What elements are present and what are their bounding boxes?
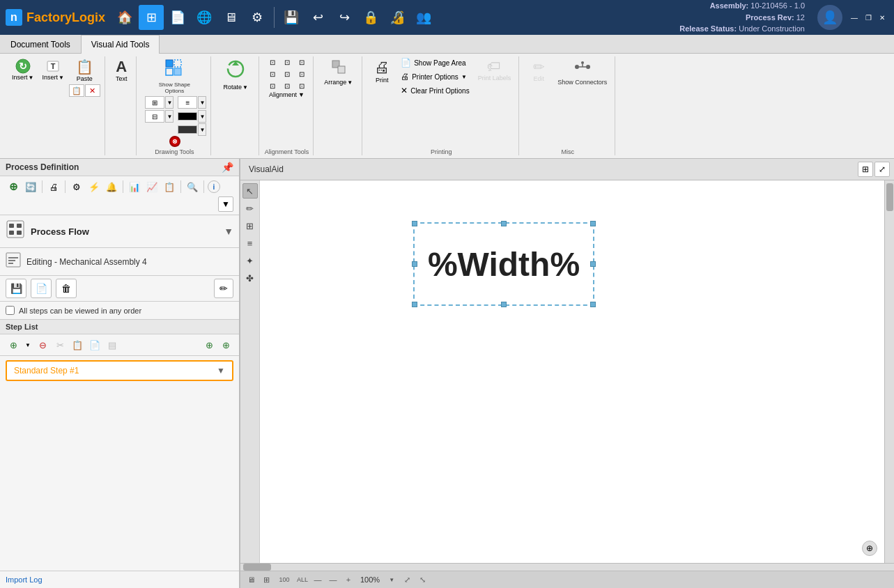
printer-options-button[interactable]: 🖨 Printer Options ▼ <box>397 70 472 83</box>
show-page-area-button[interactable]: 📄 Show Page Area <box>397 56 472 69</box>
align-mc-btn[interactable]: ⊡ <box>280 68 294 79</box>
handle-middle-right[interactable] <box>590 261 596 267</box>
panel-btn-7[interactable]: 📈 <box>144 179 160 194</box>
status-btn-3[interactable]: ALL <box>296 573 309 586</box>
handle-top-left[interactable] <box>412 221 417 226</box>
handle-middle-left[interactable] <box>412 261 417 267</box>
status-zoom-in[interactable]: + <box>342 573 355 586</box>
step-paste-button[interactable]: 📄 <box>87 337 102 353</box>
paste-sub-btn-2[interactable]: ✕ <box>85 84 100 97</box>
insert-text-button[interactable]: T Insert ▼ <box>38 56 67 83</box>
alignment-button[interactable]: Alignment ▼ <box>269 91 305 98</box>
save-icon[interactable]: 💾 <box>279 5 304 30</box>
tab-visual-aid-tools[interactable]: Visual Aid Tools <box>81 35 160 54</box>
arrange-button[interactable]: Arrange ▼ <box>319 56 357 88</box>
align-mr-btn[interactable]: ⊡ <box>295 68 309 79</box>
color-dd-bottom[interactable]: ▼ <box>198 123 206 136</box>
restore-button[interactable]: ❐ <box>862 11 874 24</box>
zoom-dropdown-btn[interactable]: ▼ <box>385 573 398 586</box>
print-button[interactable]: 🖨 Print <box>368 56 396 86</box>
show-shape-options-button[interactable]: Show Shape Options <box>153 56 195 96</box>
panel-refresh-button[interactable]: 🔄 <box>23 179 38 194</box>
home-icon[interactable]: 🏠 <box>112 5 137 30</box>
step-add-arrow[interactable]: ▼ <box>23 337 33 353</box>
canvas-full-view-button[interactable]: ⤢ <box>874 162 890 177</box>
save-action-button[interactable]: 💾 <box>6 279 26 298</box>
lock-icon[interactable]: 🔒 <box>358 5 383 30</box>
canvas-center-button[interactable]: ⊕ <box>862 541 877 556</box>
status-btn-1[interactable]: ⊞ <box>260 573 272 586</box>
step-item-expand-arrow[interactable]: ▼ <box>217 366 225 376</box>
step-right-btn-1[interactable]: ⊕ <box>201 337 217 353</box>
rotate-button[interactable]: Rotate ▼ <box>217 56 254 93</box>
step-right-btn-2[interactable]: ⊕ <box>218 337 233 353</box>
document-icon[interactable]: 📄 <box>165 5 190 30</box>
lock2-icon[interactable]: 🔏 <box>385 5 410 30</box>
align-tr-btn[interactable]: ⊡ <box>295 56 309 68</box>
paste-button[interactable]: 📋 Paste <box>69 56 100 84</box>
panel-pin-button[interactable]: 📌 <box>222 162 233 173</box>
panel-scroll-down[interactable]: ▼ <box>218 196 233 212</box>
color-dd-top[interactable]: ▼ <box>198 110 206 123</box>
canvas-pen-tool[interactable]: ✏ <box>242 201 258 216</box>
panel-print-button[interactable]: 🖨 <box>46 179 61 194</box>
panel-info-button[interactable]: i <box>208 180 220 193</box>
canvas-grid-tool[interactable]: ⊞ <box>242 218 258 233</box>
step-add-dropdown-button[interactable]: ⊕ <box>6 337 21 353</box>
edit-button[interactable]: ✏ Edit <box>525 56 553 84</box>
canvas-move-tool[interactable]: ✤ <box>242 270 258 286</box>
process-flow-expand-arrow[interactable]: ▼ <box>224 226 233 237</box>
step-cut-button[interactable]: ✂ <box>52 337 68 353</box>
panel-btn-3[interactable]: ⚙ <box>69 179 84 194</box>
copy-action-button[interactable]: 📄 <box>31 279 52 298</box>
panel-btn-5[interactable]: 🔔 <box>104 179 119 194</box>
handle-top-right[interactable] <box>590 221 596 226</box>
grid-icon[interactable]: ⊞ <box>139 5 164 30</box>
format-btn-1[interactable]: ⊞ <box>145 96 164 109</box>
clear-print-options-button[interactable]: ✕ Clear Print Options <box>397 84 472 97</box>
step-copy-button[interactable]: 📋 <box>70 337 85 353</box>
tab-document-tools[interactable]: Document Tools <box>0 35 81 54</box>
close-button[interactable]: ✕ <box>876 11 888 24</box>
canvas-select-tool[interactable]: ↖ <box>242 183 258 199</box>
bottom-scrollbar[interactable] <box>240 563 894 571</box>
canvas-list-tool[interactable]: ≡ <box>242 235 258 251</box>
canvas-normal-view-button[interactable]: ⊞ <box>858 162 873 177</box>
format-dd-3[interactable]: ▼ <box>165 110 174 123</box>
delete-action-button[interactable]: 🗑 <box>56 279 77 298</box>
minimize-button[interactable]: — <box>848 11 861 24</box>
handle-bottom-left[interactable] <box>412 302 417 307</box>
step-remove-button[interactable]: ⊖ <box>35 337 50 353</box>
globe-icon[interactable]: 🌐 <box>192 5 217 30</box>
show-connectors-button[interactable]: Show Connectors <box>554 56 610 88</box>
import-log-link[interactable]: Import Log <box>6 575 43 584</box>
zoom-expand-btn[interactable]: ⤡ <box>416 573 429 586</box>
align-br-btn[interactable]: ⊡ <box>295 80 309 91</box>
panel-btn-4[interactable]: ⚡ <box>86 179 102 194</box>
status-btn-2[interactable]: 100 <box>275 573 293 586</box>
right-scrollbar[interactable] <box>884 180 894 563</box>
window-icon[interactable]: 🖥 <box>218 5 243 30</box>
canvas-connect-tool[interactable]: ✦ <box>242 253 258 268</box>
panel-btn-6[interactable]: 📊 <box>127 179 142 194</box>
handle-top-center[interactable] <box>501 221 507 226</box>
step-list-item[interactable]: Standard Step #1 ▼ <box>6 360 233 381</box>
paste-sub-btn-1[interactable]: 📋 <box>69 84 84 97</box>
undo-icon[interactable]: ↩ <box>305 5 330 30</box>
step-btn-extra[interactable]: ▤ <box>105 337 120 353</box>
user-avatar[interactable]: 👤 <box>817 5 842 30</box>
zoom-fit-btn[interactable]: ⤢ <box>401 573 413 586</box>
canvas[interactable]: %Width% ⊕ <box>260 180 884 563</box>
insert-button[interactable]: ↻ Insert ▼ <box>8 56 37 83</box>
panel-btn-9[interactable]: 🔍 <box>185 179 200 194</box>
status-zoom-out[interactable]: — <box>311 573 324 586</box>
format-dd-2[interactable]: ▼ <box>198 96 206 109</box>
panel-add-button[interactable]: ⊕ <box>6 179 21 194</box>
align-tl-btn[interactable]: ⊡ <box>265 56 279 68</box>
handle-bottom-center[interactable] <box>501 302 507 307</box>
people-icon[interactable]: 👥 <box>411 5 436 30</box>
any-order-checkbox[interactable] <box>6 306 15 315</box>
print-labels-button[interactable]: 🏷 Print Labels <box>475 56 515 84</box>
format-btn-2[interactable]: ≡ <box>178 96 197 109</box>
panel-btn-8[interactable]: 📋 <box>162 179 177 194</box>
